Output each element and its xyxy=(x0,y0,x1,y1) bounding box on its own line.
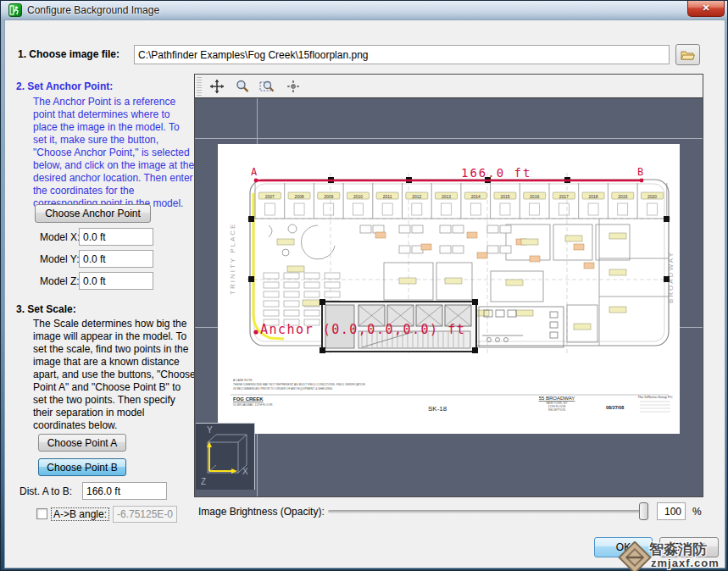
svg-text:55 BROADWAY: 55 BROADWAY xyxy=(539,396,575,401)
room-tag: 2019 xyxy=(618,194,627,199)
model-y-label: Model Y: xyxy=(40,253,79,265)
anchor-point-description: The Anchor Point is a reference point th… xyxy=(33,96,195,210)
axis-y-label: Y xyxy=(207,425,213,435)
point-b-marker: B xyxy=(637,166,643,178)
preview-toolbar xyxy=(195,75,703,97)
model-gridline-horizontal xyxy=(195,138,703,139)
brightness-unit-label: % xyxy=(692,506,702,518)
cancel-button[interactable]: Cancel xyxy=(659,537,719,557)
title-block: A CASE NOTE: THESE DIMENSIONS MAY NOT RE… xyxy=(231,379,673,413)
brightness-slider-thumb[interactable] xyxy=(639,502,648,520)
anchor-overlay: Anchor (0.0,0.0,0.0) ft xyxy=(253,322,465,337)
dialog-window: Configure Background Image ✕ 1. Choose i… xyxy=(0,0,728,571)
room-tag: 2013 xyxy=(442,194,451,199)
ok-button[interactable]: OK xyxy=(594,537,653,557)
room-tag: 2020 xyxy=(647,194,657,199)
image-preview-panel: TRINITY PLACE BROADWAY 200720082009201 xyxy=(194,74,703,497)
distance-label: 166.0 ft xyxy=(461,166,531,180)
pan-tool-icon[interactable] xyxy=(207,77,227,96)
dist-a-to-b-input[interactable] xyxy=(82,482,167,500)
set-anchor-point-heading: 2. Set Anchor Point: xyxy=(16,80,113,92)
zoom-target-tool-icon[interactable] xyxy=(283,77,303,96)
floorplan-image[interactable]: TRINITY PLACE BROADWAY 200720082009201 xyxy=(218,144,680,434)
scale-line-overlay: A B 166.0 ft xyxy=(251,166,643,182)
svg-text:RECEPTION: RECEPTION xyxy=(548,408,565,412)
room-tag: 2011 xyxy=(383,194,392,199)
svg-text:SK-18: SK-18 xyxy=(428,405,447,413)
model-x-input[interactable] xyxy=(79,228,153,246)
axis-orientation-widget: Y X Z xyxy=(196,423,255,490)
room-tag: 2016 xyxy=(530,194,539,199)
svg-text:FOG CREEK: FOG CREEK xyxy=(233,396,264,402)
svg-text:08/27/08: 08/27/08 xyxy=(606,405,624,410)
svg-text:The DiResta Group PC: The DiResta Group PC xyxy=(637,395,672,399)
room-tag: 2014 xyxy=(471,194,481,199)
svg-text:THESE DIMENSIONS MAY NOT REPRE: THESE DIMENSIONS MAY NOT REPRESENT AS-BU… xyxy=(233,383,365,386)
zoom-rectangle-tool-icon[interactable] xyxy=(258,77,278,96)
axis-x-label: X xyxy=(242,467,248,476)
set-scale-heading: 3. Set Scale: xyxy=(16,303,76,315)
room-tag: 2017 xyxy=(559,194,569,199)
ab-angle-label[interactable]: A->B angle: xyxy=(51,507,109,521)
street-left-label: TRINITY PLACE xyxy=(229,223,236,295)
room-tag: 2012 xyxy=(412,194,421,199)
svg-text:55 BROADWAY, 15TH FLOOR: 55 BROADWAY, 15TH FLOOR xyxy=(233,403,273,407)
room-tag: 2010 xyxy=(353,194,363,199)
model-z-input[interactable] xyxy=(79,272,153,290)
choose-point-a-button[interactable]: Choose Point A xyxy=(38,434,126,452)
window-title: Configure Background Image xyxy=(27,4,159,16)
preview-viewport[interactable]: TRINITY PLACE BROADWAY 200720082009201 xyxy=(195,97,703,496)
open-folder-icon xyxy=(681,49,696,61)
svg-text:IS RECOMMENDED PRIOR TO ORDER: IS RECOMMENDED PRIOR TO ORDER OF ANY EQU… xyxy=(233,387,333,391)
choose-point-b-button[interactable]: Choose Point B xyxy=(38,458,126,476)
model-y-input[interactable] xyxy=(79,250,153,268)
room-tag: 2008 xyxy=(294,194,303,199)
axis-z-label: Z xyxy=(201,477,206,486)
brightness-label: Image Brightness (Opacity): xyxy=(198,506,325,518)
room-tag: 2015 xyxy=(500,194,509,199)
model-x-label: Model X: xyxy=(40,231,80,243)
ab-angle-input xyxy=(113,506,177,523)
brightness-slider-track[interactable] xyxy=(328,510,648,513)
zoom-tool-icon[interactable] xyxy=(232,77,253,96)
room-tag: 2018 xyxy=(588,194,597,199)
image-file-path-input[interactable] xyxy=(134,45,670,64)
choose-anchor-point-button[interactable]: Choose Anchor Point xyxy=(35,204,151,223)
brightness-value-input[interactable] xyxy=(657,502,686,520)
titlebar[interactable]: Configure Background Image ✕ xyxy=(1,1,727,19)
dist-a-to-b-label: Dist. A to B: xyxy=(19,485,72,497)
svg-text:A CASE NOTE:: A CASE NOTE: xyxy=(233,379,253,382)
ab-angle-checkbox[interactable] xyxy=(36,508,47,519)
room-tag: 2007 xyxy=(265,194,275,199)
toolbar-drag-handle[interactable] xyxy=(197,77,202,96)
set-scale-description: The Scale determines how big the image w… xyxy=(33,318,197,432)
room-tag: 2009 xyxy=(324,194,333,199)
browse-file-button[interactable] xyxy=(675,44,700,65)
app-exit-icon xyxy=(8,3,22,17)
choose-image-file-label: 1. Choose image file: xyxy=(18,48,119,60)
close-button[interactable]: ✕ xyxy=(687,1,725,17)
model-z-label: Model Z: xyxy=(40,275,80,287)
anchor-label: Anchor (0.0,0.0,0.0) ft xyxy=(260,322,465,337)
point-a-marker: A xyxy=(251,166,258,178)
